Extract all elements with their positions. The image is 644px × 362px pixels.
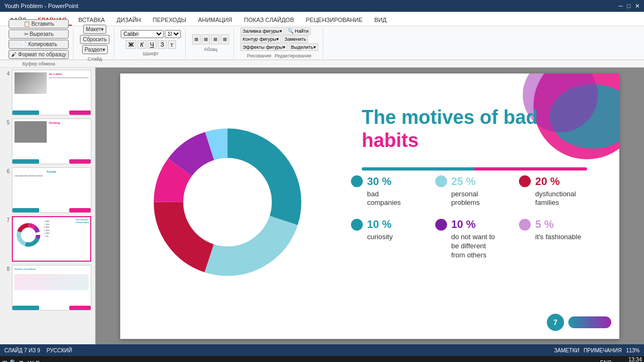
cut-btn[interactable]: ✂ Вырезать xyxy=(9,29,69,39)
legend-header-3: 20 % xyxy=(519,175,598,188)
legend-item-4: 10 % curiosity xyxy=(351,218,430,260)
taskview-btn[interactable]: ⧉ xyxy=(19,359,24,362)
shape-outline-btn[interactable]: Контур фигуры▾ xyxy=(240,35,281,43)
system-tray: ENG 13:34 12.05.2021 xyxy=(600,357,642,363)
legend-pct-4: 10 % xyxy=(367,218,392,231)
legend-pct-1: 30 % xyxy=(367,175,392,188)
align-center-btn[interactable]: ≡ xyxy=(202,34,210,45)
legend-dot-2 xyxy=(435,175,447,187)
ribbon-tab-bar: ФАЙЛ ГЛАВНАЯ ВСТАВКА ДИЗАЙН ПЕРЕХОДЫ АНИ… xyxy=(0,12,644,26)
title-line1: The motives of bad xyxy=(362,106,587,129)
divider-bar xyxy=(362,167,587,171)
legend-pct-2: 25 % xyxy=(451,175,476,188)
paste-btn[interactable]: 📋 Вставить xyxy=(9,19,69,28)
shape-effects-btn[interactable]: Эффекты фигуры▾ xyxy=(240,43,288,51)
zoom-level: 113% xyxy=(626,348,640,353)
legend-item-3: 20 % dysfunctionalfamilies xyxy=(519,175,598,208)
underline-btn[interactable]: Ч xyxy=(148,40,157,49)
app-title: Youth Problem - PowerPoint xyxy=(4,3,78,9)
legend-label-1: badcompanies xyxy=(351,190,430,208)
legend-pct-6: 5 % xyxy=(535,218,553,231)
main-area: 4 An x-ation 5 xyxy=(0,68,644,344)
slide-img-6[interactable]: Suicide Lorem ipsum dolor sit amet text … xyxy=(12,167,91,213)
taskbar-ppt[interactable]: P xyxy=(35,360,39,363)
legend-dot-3 xyxy=(519,175,531,187)
legend-label-3: dysfunctionalfamilies xyxy=(519,190,598,208)
slide-img-4[interactable]: An x-ation xyxy=(12,70,91,115)
clipboard-label: Буфер обмена xyxy=(23,61,55,67)
slide-img-8[interactable]: Solution of problems xyxy=(12,265,91,311)
slide-thumb-4[interactable]: 4 An x-ation xyxy=(2,70,93,115)
italic-btn[interactable]: К xyxy=(137,40,146,49)
slide-num-5: 5 xyxy=(2,119,10,125)
legend-dot-1 xyxy=(351,175,363,187)
taskbar: ⊞ 🔍 ⧉ W P ENG 13:34 12.05.2021 xyxy=(0,356,644,362)
legend-label-5: do not want tobe differentfrom others xyxy=(435,233,514,260)
tab-design[interactable]: ДИЗАЙН xyxy=(111,15,146,26)
donut-svg xyxy=(142,116,313,288)
editing-label: Редактирование xyxy=(275,53,312,58)
tab-review[interactable]: РЕЦЕНЗИРОВАНИЕ xyxy=(301,15,368,26)
slide-num-6: 6 xyxy=(2,167,10,174)
legend-header-1: 30 % xyxy=(351,175,430,188)
svg-point-5 xyxy=(24,230,33,240)
find-btn[interactable]: 🔍 Найти xyxy=(286,27,311,35)
status-left: СЛАЙД 7 ИЗ 9 РУССКИЙ xyxy=(4,348,72,353)
slide-panel: 4 An x-ation 5 xyxy=(0,68,96,344)
copy-btn[interactable]: 📄 Копировать xyxy=(9,40,69,49)
title-bar: Youth Problem - PowerPoint ─ □ ✕ xyxy=(0,0,644,12)
taskbar-word[interactable]: W xyxy=(28,360,33,363)
slide-thumb-6[interactable]: 6 Suicide Lorem ipsum dolor sit amet tex… xyxy=(2,167,93,213)
slide-thumb-8[interactable]: 8 Solution of problems xyxy=(2,265,93,311)
bold-btn[interactable]: Ж xyxy=(126,40,136,49)
legend-header-2: 25 % xyxy=(435,175,514,188)
slide-title-area: The motives of bad habits xyxy=(362,106,587,152)
notes-btn[interactable]: ЗАМЕТКИ xyxy=(554,348,580,353)
slide-img-7[interactable]: ● 30% ● 25% ● 20% ● 10% ● 10% ● 5% The m… xyxy=(12,216,91,262)
reset-btn[interactable]: Сбросить xyxy=(80,35,109,44)
minimize-btn[interactable]: ─ xyxy=(619,3,623,10)
legend-item-2: 25 % personalproblems xyxy=(435,175,514,208)
strikethrough-btn[interactable]: З xyxy=(158,40,167,49)
tab-animation[interactable]: АНИМАЦИЯ xyxy=(193,15,238,26)
format-painter-btn[interactable]: 🖌 Формат по образцу xyxy=(9,50,69,59)
align-left-btn[interactable]: ≡ xyxy=(192,34,201,45)
justify-btn[interactable]: ≡ xyxy=(221,34,229,45)
slide-thumb-5[interactable]: 5 Smoking xyxy=(2,119,93,164)
comments-btn[interactable]: ПРИМЕЧАНИЯ xyxy=(583,348,621,353)
slide-thumb-7[interactable]: 7 xyxy=(2,216,93,262)
maximize-btn[interactable]: □ xyxy=(627,3,631,10)
start-btn[interactable]: ⊞ xyxy=(2,359,8,363)
legend-pct-5: 10 % xyxy=(451,218,476,231)
slides-group: Макет▾ Сбросить Раздел▾ Слайд xyxy=(76,27,114,58)
status-bar: СЛАЙД 7 ИЗ 9 РУССКИЙ ЗАМЕТКИ ПРИМЕЧАНИЯ … xyxy=(0,344,644,356)
shape-fill-btn[interactable]: Заливка фигуры▾ xyxy=(240,27,284,35)
legend-dot-4 xyxy=(351,219,363,231)
shadow-btn[interactable]: т xyxy=(168,40,176,49)
legend-grid: 30 % badcompanies 25 % personalproblems xyxy=(351,175,598,260)
font-size-select[interactable]: 18 xyxy=(165,30,181,38)
language-info: РУССКИЙ xyxy=(47,348,72,353)
clipboard-group: 📋 Вставить ✂ Вырезать 📄 Копировать 🖌 Фор… xyxy=(4,27,74,58)
canvas-area: The motives of bad habits xyxy=(96,68,644,344)
paragraph-group: ≡ ≡ ≡ ≡ Абзац xyxy=(188,27,234,58)
legend-item-1: 30 % badcompanies xyxy=(351,175,430,208)
replace-btn[interactable]: Заменить xyxy=(282,35,308,43)
window-controls[interactable]: ─ □ ✕ xyxy=(619,3,640,10)
slide-num-badge: 7 xyxy=(547,314,564,331)
slide-num-8: 8 xyxy=(2,265,10,272)
new-slide-btn[interactable]: Макет▾ xyxy=(83,25,106,34)
legend-item-5: 10 % do not want tobe differentfrom othe… xyxy=(435,218,514,260)
close-btn[interactable]: ✕ xyxy=(635,3,640,10)
slide-img-5[interactable]: Smoking xyxy=(12,119,91,164)
tab-view[interactable]: ВИД xyxy=(369,15,392,26)
search-btn[interactable]: 🔍 xyxy=(10,359,17,362)
legend-dot-5 xyxy=(435,219,447,231)
section-btn[interactable]: Раздел▾ xyxy=(82,45,108,54)
status-right: ЗАМЕТКИ ПРИМЕЧАНИЯ 113% xyxy=(554,348,640,353)
tab-transitions[interactable]: ПЕРЕХОДЫ xyxy=(147,15,191,26)
align-right-btn[interactable]: ≡ xyxy=(211,34,219,45)
tab-slideshow[interactable]: ПОКАЗ СЛАЙДОВ xyxy=(239,15,299,26)
font-select[interactable]: Calibri xyxy=(121,30,164,38)
select-btn[interactable]: Выделить▾ xyxy=(289,43,318,51)
